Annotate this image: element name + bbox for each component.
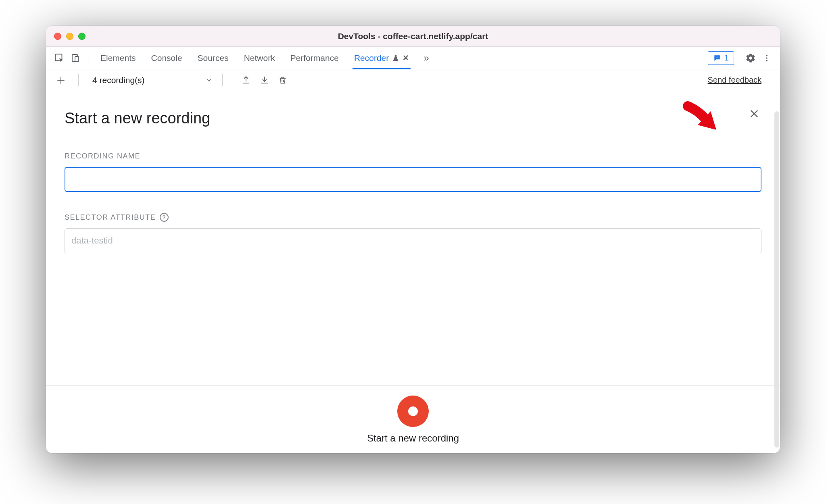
- delete-icon[interactable]: [278, 75, 287, 85]
- traffic-lights: [46, 33, 86, 40]
- chevron-down-icon: [205, 77, 213, 84]
- close-tab-icon[interactable]: ✕: [403, 53, 409, 62]
- kebab-menu-icon[interactable]: [759, 50, 774, 66]
- tab-performance[interactable]: Performance: [290, 47, 339, 69]
- import-icon[interactable]: [260, 75, 269, 85]
- recordings-dropdown[interactable]: 4 recording(s): [92, 75, 213, 85]
- help-icon[interactable]: ?: [160, 213, 169, 222]
- separator: [88, 52, 88, 64]
- window-title: DevTools - coffee-cart.netlify.app/cart: [46, 31, 780, 41]
- tabs: Elements Console Sources Network Perform…: [100, 47, 409, 69]
- selector-attribute-label-text: SELECTOR ATTRIBUTE: [65, 213, 156, 222]
- export-icon[interactable]: [241, 75, 251, 85]
- message-icon: [713, 54, 721, 62]
- panel-title: Start a new recording: [65, 110, 210, 127]
- device-toolbar-icon[interactable]: [68, 50, 83, 66]
- tab-sources[interactable]: Sources: [198, 47, 229, 69]
- start-recording-panel: Start a new recording RECORDING NAME SEL…: [46, 91, 780, 253]
- devtools-tabstrip: Elements Console Sources Network Perform…: [46, 47, 780, 69]
- window-minimize-button[interactable]: [66, 33, 73, 40]
- tab-console[interactable]: Console: [151, 47, 182, 69]
- window-zoom-button[interactable]: [78, 33, 86, 40]
- recorder-footer: Start a new recording: [46, 385, 780, 453]
- selector-attribute-label: SELECTOR ATTRIBUTE ?: [65, 213, 761, 222]
- tab-recorder[interactable]: Recorder ✕: [354, 47, 409, 69]
- recording-name-label: RECORDING NAME: [65, 152, 761, 160]
- tab-elements[interactable]: Elements: [100, 47, 136, 69]
- recordings-count-label: 4 recording(s): [92, 75, 145, 85]
- close-icon: [749, 108, 760, 119]
- tab-label: Elements: [100, 53, 136, 63]
- svg-rect-2: [75, 56, 79, 62]
- devtools-window: DevTools - coffee-cart.netlify.app/cart …: [46, 26, 780, 453]
- tab-label: Console: [151, 53, 182, 63]
- recorder-body: Start a new recording RECORDING NAME SEL…: [46, 91, 780, 453]
- tab-label: Network: [244, 53, 275, 63]
- inspect-element-icon[interactable]: [52, 50, 67, 66]
- start-recording-button[interactable]: [397, 396, 429, 427]
- tab-network[interactable]: Network: [244, 47, 275, 69]
- selector-attribute-input[interactable]: [65, 228, 761, 253]
- flask-icon: [392, 54, 399, 62]
- tab-label: Sources: [198, 53, 229, 63]
- svg-point-4: [766, 57, 768, 59]
- close-panel-button[interactable]: [747, 106, 761, 121]
- add-recording-icon[interactable]: [53, 73, 69, 88]
- send-feedback-link[interactable]: Send feedback: [708, 75, 761, 85]
- recorder-toolbar: 4 recording(s) Send feedback: [46, 69, 780, 91]
- separator: [222, 74, 223, 86]
- issues-count: 1: [724, 53, 729, 62]
- scrollbar[interactable]: [774, 111, 779, 448]
- more-tabs-icon[interactable]: »: [423, 52, 429, 64]
- tab-label: Recorder: [354, 53, 389, 63]
- record-icon: [408, 406, 418, 416]
- separator: [78, 74, 79, 86]
- start-recording-label: Start a new recording: [367, 433, 459, 444]
- tab-label: Performance: [290, 53, 339, 63]
- settings-icon[interactable]: [743, 50, 758, 66]
- svg-point-3: [766, 54, 768, 56]
- svg-point-5: [766, 60, 768, 61]
- window-close-button[interactable]: [54, 33, 61, 40]
- recording-name-input[interactable]: [65, 167, 761, 192]
- titlebar: DevTools - coffee-cart.netlify.app/cart: [46, 26, 780, 47]
- issues-chip[interactable]: 1: [708, 51, 734, 65]
